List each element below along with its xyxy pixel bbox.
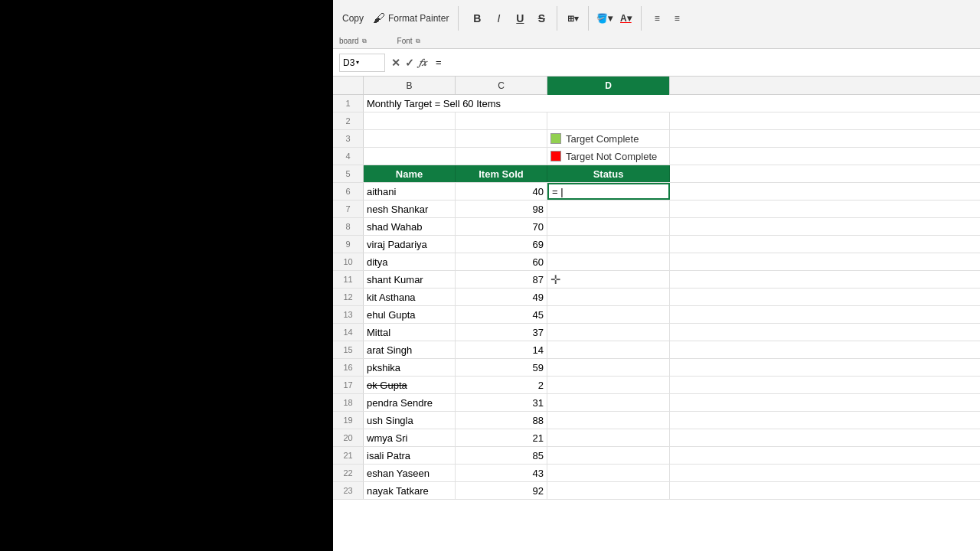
align-more-button[interactable]: ≡ (668, 9, 686, 28)
status-cell[interactable] (547, 465, 670, 481)
sold-cell[interactable]: 98 (456, 201, 547, 217)
name-cell[interactable]: ehul Gupta (364, 306, 456, 323)
status-cell[interactable] (547, 394, 670, 411)
bold-button[interactable]: B (468, 9, 486, 28)
column-headers: B C D (333, 77, 980, 95)
name-cell[interactable]: wmya Sri (364, 429, 456, 446)
empty-cell[interactable] (547, 112, 670, 129)
status-cell[interactable]: = | (547, 183, 670, 200)
status-cell[interactable] (547, 447, 670, 464)
name-cell[interactable]: shad Wahab (364, 218, 456, 235)
col-header-c[interactable]: C (456, 77, 547, 95)
status-cell[interactable] (547, 201, 670, 217)
sold-cell[interactable]: 88 (456, 412, 547, 429)
status-cell[interactable] (547, 429, 670, 446)
name-box-arrow[interactable]: ▾ (356, 59, 359, 66)
sold-cell[interactable]: 87 (456, 271, 547, 288)
name-cell[interactable]: Mittal (364, 324, 456, 341)
status-cell[interactable] (547, 482, 670, 499)
status-cell[interactable] (547, 289, 670, 305)
status-cell[interactable] (547, 218, 670, 235)
insert-function-button[interactable]: 𝑓𝑥 (419, 57, 426, 69)
italic-button[interactable]: I (489, 9, 508, 28)
target-complete-cell[interactable]: Target Complete (547, 130, 670, 147)
status-cell[interactable] (547, 253, 670, 270)
empty-cell[interactable] (456, 130, 547, 147)
cancel-formula-button[interactable]: ✕ (391, 57, 400, 69)
name-cell[interactable]: nayak Tatkare (364, 482, 456, 499)
empty-cell[interactable] (364, 112, 456, 129)
legend-red-box (550, 151, 561, 161)
status-cell[interactable] (547, 306, 670, 323)
name-cell[interactable]: nesh Shankar (364, 201, 456, 217)
status-cell[interactable] (547, 359, 670, 376)
name-cell[interactable]: eshan Yaseen (364, 465, 456, 481)
col-header-b[interactable]: B (364, 77, 456, 95)
align-left-button[interactable]: ≡ (648, 9, 666, 28)
sold-cell[interactable]: 14 (456, 341, 547, 358)
font-color-button[interactable]: A▾ (616, 9, 635, 28)
name-box[interactable]: D3 ▾ (339, 54, 385, 72)
name-cell[interactable]: shant Kumar (364, 271, 456, 288)
ribbon-separator-4 (641, 6, 642, 31)
status-cell[interactable] (547, 377, 670, 393)
format-painter-button[interactable]: 🖌 Format Painter (373, 11, 449, 25)
table-row: 9 viraj Padariya 69 (333, 236, 980, 253)
status-cell[interactable] (547, 236, 670, 253)
sold-cell[interactable]: 45 (456, 306, 547, 323)
name-cell[interactable]: arat Singh (364, 341, 456, 358)
empty-cell[interactable] (364, 148, 456, 165)
fill-color-button[interactable]: 🪣▾ (595, 9, 613, 28)
name-cell[interactable]: ush Singla (364, 412, 456, 429)
name-cell[interactable]: aithani (364, 183, 456, 200)
status-cell[interactable] (547, 324, 670, 341)
status-cell[interactable] (547, 341, 670, 358)
empty-cell[interactable] (364, 130, 456, 147)
sold-cell[interactable]: 49 (456, 289, 547, 305)
row-number: 17 (333, 377, 364, 393)
row-number: 5 (333, 165, 364, 182)
name-cell[interactable]: pendra Sendre (364, 394, 456, 411)
formula-bar: D3 ▾ ✕ ✓ 𝑓𝑥 = (333, 49, 980, 77)
col-header-d[interactable]: D (547, 77, 670, 95)
formula-input[interactable]: = (433, 55, 974, 70)
borders-button[interactable]: ⊞▾ (564, 9, 582, 28)
status-header[interactable]: Status (547, 165, 670, 182)
name-cell[interactable]: pkshika (364, 359, 456, 376)
sold-cell[interactable]: 60 (456, 253, 547, 270)
underline-button[interactable]: U (511, 9, 529, 28)
name-header[interactable]: Name (364, 165, 456, 182)
table-row: 21 isali Patra 85 (333, 447, 980, 465)
sold-cell[interactable]: 85 (456, 447, 547, 464)
name-cell[interactable]: kit Asthana (364, 289, 456, 305)
sold-cell[interactable]: 70 (456, 218, 547, 235)
name-cell[interactable]: ok Gupta (364, 377, 456, 393)
sold-cell[interactable]: 92 (456, 482, 547, 499)
name-cell[interactable]: isali Patra (364, 447, 456, 464)
row-number: 3 (333, 130, 364, 147)
sold-cell[interactable]: 2 (456, 377, 547, 393)
item-sold-header[interactable]: Item Sold (456, 165, 547, 182)
sold-cell[interactable]: 43 (456, 465, 547, 481)
confirm-formula-button[interactable]: ✓ (405, 57, 414, 69)
ribbon-separator (458, 6, 459, 31)
sold-cell[interactable]: 59 (456, 359, 547, 376)
strikethrough-button[interactable]: S (532, 9, 550, 28)
status-cell[interactable]: ✛ (547, 271, 670, 288)
sold-cell[interactable]: 40 (456, 183, 547, 200)
sold-cell[interactable]: 37 (456, 324, 547, 341)
copy-button[interactable]: Copy (339, 11, 367, 25)
ribbon: Copy 🖌 Format Painter B I U S ⊞▾ 🪣▾ A▾ ≡… (333, 0, 980, 49)
status-cell[interactable] (547, 412, 670, 429)
empty-cell[interactable] (456, 148, 547, 165)
sold-cell[interactable]: 69 (456, 236, 547, 253)
sold-cell[interactable]: 21 (456, 429, 547, 446)
empty-cell[interactable] (456, 112, 547, 129)
sold-cell[interactable]: 31 (456, 394, 547, 411)
name-cell[interactable]: ditya (364, 253, 456, 270)
name-cell[interactable]: viraj Padariya (364, 236, 456, 253)
cell-reference: D3 (343, 57, 354, 68)
target-not-complete-cell[interactable]: Target Not Complete (547, 148, 670, 165)
row-number: 2 (333, 112, 364, 129)
info-cell[interactable]: Monthly Target = Sell 60 Items (364, 95, 670, 112)
